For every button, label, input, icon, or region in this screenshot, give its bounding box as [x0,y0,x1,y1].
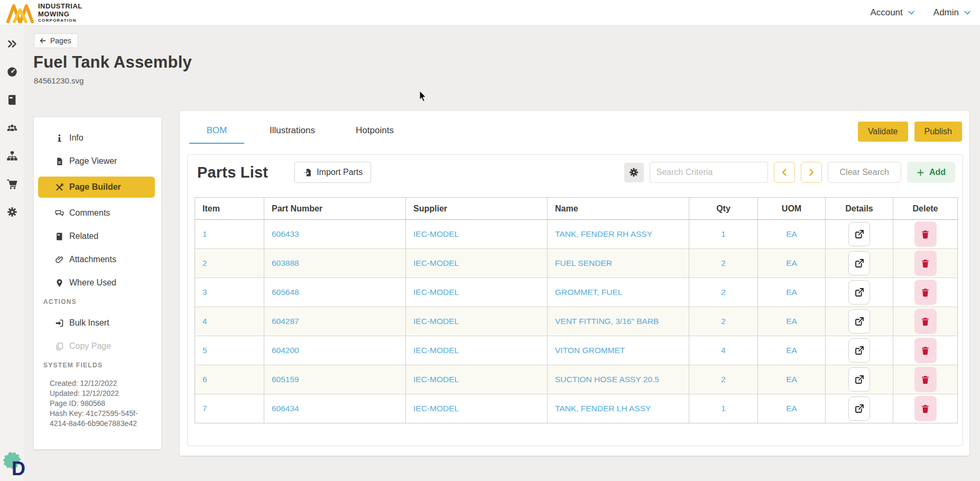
uom-link[interactable]: EA [786,404,797,413]
part-number-link[interactable]: 605648 [272,288,299,297]
delete-button[interactable] [914,309,937,334]
part-number-link[interactable]: 604287 [272,317,299,326]
parts-list-title: Parts List [197,164,268,181]
dashboard-icon[interactable] [6,66,18,78]
details-button[interactable] [848,338,870,363]
tab-illustrations[interactable]: Illustrations [258,121,327,144]
details-button[interactable] [848,251,870,275]
created-field: Created: 12/12/2022 [50,378,152,388]
item-link[interactable]: 7 [202,404,207,413]
uom-link[interactable]: EA [786,375,797,384]
cart-icon[interactable] [6,178,18,190]
delete-button[interactable] [914,396,937,421]
item-link[interactable]: 6 [202,375,207,384]
item-link[interactable]: 3 [202,288,207,297]
sidebar: Info Page Viewer Page Builder Comments R… [34,117,161,449]
qty-link[interactable]: 1 [721,404,726,413]
part-number-link[interactable]: 604200 [272,346,299,355]
sidebar-item-info[interactable]: Info [43,130,152,146]
publish-button[interactable]: Publish [914,122,962,142]
item-link[interactable]: 2 [202,258,207,268]
trash-icon [920,346,930,356]
details-button[interactable] [848,396,870,421]
back-to-pages-button[interactable]: Pages [34,33,78,48]
item-link[interactable]: 5 [202,346,207,355]
item-link[interactable]: 4 [202,317,207,326]
sidebar-item-page-builder[interactable]: Page Builder [38,177,155,198]
delete-button[interactable] [914,367,937,392]
qty-link[interactable]: 2 [721,258,726,268]
supplier-link[interactable]: IEC-MODEL [413,404,459,413]
delete-button[interactable] [914,251,937,276]
supplier-link[interactable]: IEC-MODEL [413,258,459,268]
delete-button[interactable] [914,280,937,305]
table-settings-button[interactable] [624,163,644,182]
users-icon[interactable] [6,122,18,134]
sidebar-action-copy-page[interactable]: Copy Page [43,338,152,354]
sidebar-item-label: Related [69,232,98,241]
table-header-row: Item Part Number Supplier Name Qty UOM D… [195,198,957,220]
tab-hotpoints[interactable]: Hotpoints [340,121,409,144]
supplier-link[interactable]: IEC-MODEL [413,346,459,355]
sitemap-icon[interactable] [6,150,18,162]
tab-bom[interactable]: BOM [189,121,244,144]
name-link[interactable]: FUEL SENDER [555,258,612,268]
name-link[interactable]: VENT FITTING, 3/16" BARB [555,317,659,326]
add-part-button[interactable]: Add [907,162,955,183]
delete-button[interactable] [914,338,937,363]
supplier-link[interactable]: IEC-MODEL [413,288,459,297]
uom-link[interactable]: EA [786,346,797,355]
name-link[interactable]: TANK, FENDER LH ASSY [555,404,651,413]
sidebar-action-bulk-insert[interactable]: Bulk Insert [43,315,152,331]
sidebar-item-label: Where Used [69,278,116,288]
external-link-icon [854,257,865,269]
qty-link[interactable]: 2 [721,375,726,384]
clear-search-button[interactable]: Clear Search [828,162,901,183]
part-number-link[interactable]: 606434 [272,404,299,413]
external-link-icon [854,228,865,240]
name-link[interactable]: TANK, FENDER RH ASSY [555,229,652,239]
chevron-down-icon [907,8,916,17]
details-button[interactable] [848,367,870,392]
validate-button[interactable]: Validate [858,122,908,142]
name-link[interactable]: VITON GROMMET [555,346,625,355]
qty-link[interactable]: 4 [721,346,726,355]
name-link[interactable]: SUCTION HOSE ASSY 20.5 [555,375,659,384]
uom-link[interactable]: EA [786,258,797,268]
supplier-link[interactable]: IEC-MODEL [413,375,459,384]
item-link[interactable]: 1 [202,229,207,239]
search-input[interactable] [650,162,768,183]
uom-link[interactable]: EA [786,317,797,326]
admin-menu[interactable]: Admin [933,7,972,18]
part-number-link[interactable]: 605159 [272,375,299,384]
sidebar-item-page-viewer[interactable]: Page Viewer [43,153,152,169]
main-content-card: BOM Illustrations Hotpoints Validate Pub… [180,111,969,456]
name-link[interactable]: GROMMET, FUEL [555,288,622,297]
details-button[interactable] [848,222,870,246]
system-fields: Created: 12/12/2022 Updated: 12/12/2022 … [43,378,152,429]
account-menu[interactable]: Account [870,7,915,18]
uom-link[interactable]: EA [786,229,797,239]
settings-icon[interactable] [6,206,18,218]
part-number-link[interactable]: 606433 [272,229,299,239]
uom-link[interactable]: EA [786,288,797,297]
sidebar-item-comments[interactable]: Comments [43,205,152,221]
part-number-link[interactable]: 603888 [272,258,299,268]
supplier-link[interactable]: IEC-MODEL [413,317,459,326]
previous-page-button[interactable] [774,162,795,183]
delete-button[interactable] [914,221,937,247]
sidebar-item-where-used[interactable]: Where Used [43,275,152,291]
sidebar-item-attachments[interactable]: Attachments [43,252,152,267]
supplier-link[interactable]: IEC-MODEL [413,229,459,239]
library-icon[interactable] [6,94,18,106]
details-button[interactable] [848,309,870,334]
qty-link[interactable]: 1 [721,229,726,239]
details-button[interactable] [848,280,870,304]
qty-link[interactable]: 2 [721,317,726,326]
expand-sidebar-icon[interactable] [6,38,18,50]
sidebar-item-related[interactable]: Related [43,228,152,244]
chevron-left-icon [780,168,789,177]
import-parts-button[interactable]: Import Parts [294,162,371,183]
next-page-button[interactable] [801,162,822,183]
qty-link[interactable]: 2 [721,288,726,297]
